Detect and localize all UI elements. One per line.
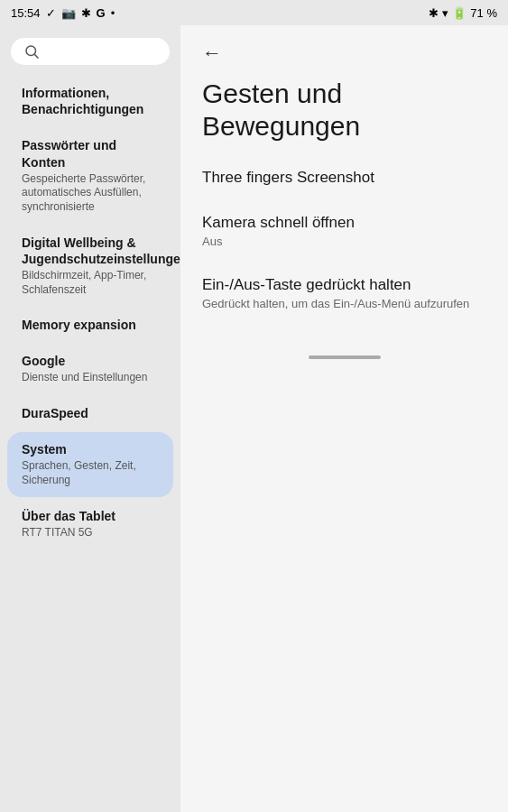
sidebar-item-ueber[interactable]: Über das Tablet RT7 TITAN 5G <box>7 499 173 549</box>
sidebar-item-passwoerter[interactable]: Passwörter und Konten Gespeicherte Passw… <box>7 128 173 223</box>
main-layout: Informationen, Benachrichtigungen Passwö… <box>0 25 508 812</box>
setting-ein-aus-title: Ein-/Aus-Taste gedrückt halten <box>202 275 486 295</box>
sidebar-item-informationen[interactable]: Informationen, Benachrichtigungen <box>7 76 173 126</box>
status-bar: 15:54 ✓ 📷 ✱ G • ✱ ▾ 🔋 71 % <box>0 0 508 25</box>
sidebar: Informationen, Benachrichtigungen Passwö… <box>0 25 180 812</box>
search-icon <box>23 43 40 60</box>
notification-icon: ✓ <box>46 6 56 20</box>
back-arrow-icon: ← <box>202 42 222 65</box>
content-panel: ← Gesten und Bewegungen Three fingers Sc… <box>180 25 508 812</box>
g-icon: G <box>97 6 106 20</box>
setting-ein-aus-sub: Gedrückt halten, um das Ein-/Aus-Menü au… <box>202 297 486 312</box>
setting-ein-aus[interactable]: Ein-/Aus-Taste gedrückt halten Gedrückt … <box>202 275 486 312</box>
sidebar-item-duraspeed[interactable]: DuraSpeed <box>7 396 173 430</box>
status-left: 15:54 ✓ 📷 ✱ G • <box>11 6 115 20</box>
sidebar-item-memory-title: Memory expansion <box>22 317 159 333</box>
battery-level: 71 % <box>470 6 497 20</box>
sidebar-item-digitalwellbeing-title: Digital Wellbeing & Jugendschutzeinstell… <box>22 235 159 267</box>
sidebar-item-informationen-title: Informationen, Benachrichtigungen <box>22 85 159 117</box>
sidebar-item-ueber-sub: RT7 TITAN 5G <box>22 526 159 540</box>
battery-icon: 🔋 <box>452 6 466 20</box>
time-display: 15:54 <box>11 6 41 20</box>
sidebar-item-google-sub: Dienste und Einstellungen <box>22 371 159 385</box>
dot-icon: • <box>111 6 115 20</box>
sidebar-item-ueber-title: Über das Tablet <box>22 508 159 524</box>
sidebar-item-google[interactable]: Google Dienste und Einstellungen <box>7 344 173 394</box>
setting-kamera-title: Kamera schnell öffnen <box>202 213 486 233</box>
bluetooth-icon: ✱ <box>81 6 91 20</box>
sidebar-item-digitalwellbeing-sub: Bildschirmzeit, App-Timer, Schlafenszeit <box>22 269 159 297</box>
camera-icon: 📷 <box>61 6 76 20</box>
sidebar-item-system[interactable]: System Sprachen, Gesten, Zeit, Sicherung <box>7 432 173 496</box>
sidebar-item-duraspeed-title: DuraSpeed <box>22 405 159 421</box>
svg-line-1 <box>34 54 38 58</box>
sidebar-item-google-title: Google <box>22 353 159 369</box>
setting-three-fingers-title: Three fingers Screenshot <box>202 168 486 188</box>
search-bar[interactable] <box>11 38 170 65</box>
sidebar-item-digitalwellbeing[interactable]: Digital Wellbeing & Jugendschutzeinstell… <box>7 226 173 307</box>
bluetooth-status-icon: ✱ <box>429 6 439 20</box>
setting-kamera[interactable]: Kamera schnell öffnen Aus <box>202 213 486 250</box>
setting-three-fingers[interactable]: Three fingers Screenshot <box>202 168 486 188</box>
back-button[interactable]: ← <box>202 38 222 69</box>
wifi-icon: ▾ <box>442 6 448 20</box>
sidebar-item-memory[interactable]: Memory expansion <box>7 308 173 342</box>
svg-point-0 <box>26 46 36 56</box>
sidebar-item-passwoerter-title: Passwörter und Konten <box>22 137 159 170</box>
sidebar-item-system-sub: Sprachen, Gesten, Zeit, Sicherung <box>22 459 159 487</box>
sidebar-item-passwoerter-sub: Gespeicherte Passwörter, automatisches A… <box>22 172 159 215</box>
sidebar-item-system-title: System <box>22 441 159 457</box>
content-bottom <box>202 337 486 359</box>
bottom-bar-indicator <box>309 355 381 359</box>
page-title: Gesten und Bewegungen <box>202 78 486 143</box>
status-right: ✱ ▾ 🔋 71 % <box>429 6 497 20</box>
setting-kamera-sub: Aus <box>202 235 486 250</box>
